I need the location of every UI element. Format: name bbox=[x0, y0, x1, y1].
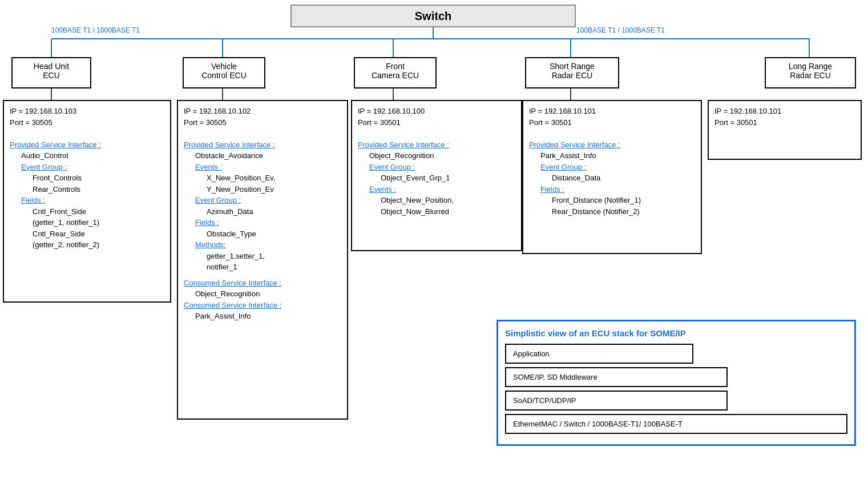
front-camera-ip: IP = 192.168.10.100 bbox=[358, 106, 515, 117]
vehicle-consumed-1-value: Object_Recognition bbox=[195, 288, 341, 300]
stack-ethernet: EthernetMAC / Switch / 1000BASE-T1/ 100B… bbox=[505, 414, 847, 434]
head-unit-audio-control: Audio_Control bbox=[21, 150, 164, 162]
head-unit-port: Port = 30505 bbox=[10, 117, 164, 128]
vehicle-obstacle-type: Obstacle_Type bbox=[207, 228, 341, 240]
long-range-radar-detail: IP = 192.168.10.101 Port = 30501 bbox=[708, 100, 862, 160]
head-unit-cntl-front: Cntl_Front_Side bbox=[33, 206, 164, 218]
short-range-radar-ecu: Short RangeRadar ECU bbox=[525, 57, 619, 88]
head-unit-cntl-rear: Cntl_Rear_Side bbox=[33, 228, 164, 240]
front-camera-provided-service[interactable]: Provided Service Interface : bbox=[358, 140, 449, 149]
short-range-port: Port = 30501 bbox=[529, 117, 695, 128]
head-unit-cntl-rear-params: (getter_2, notifier_2) bbox=[33, 239, 164, 251]
vehicle-control-provided-service[interactable]: Provided Service Interface : bbox=[184, 140, 275, 149]
vehicle-control-port: Port = 30505 bbox=[184, 117, 341, 128]
head-unit-cntl-front-params: (getter_1, notifier_1) bbox=[33, 217, 164, 228]
head-unit-fields[interactable]: Fields : bbox=[21, 196, 45, 204]
front-camera-ecu: FrontCamera ECU bbox=[354, 57, 437, 88]
switch-box: Switch bbox=[290, 5, 576, 27]
head-unit-event-group[interactable]: Event Group : bbox=[21, 163, 67, 171]
vehicle-control-ip: IP = 192.168.10.102 bbox=[184, 106, 341, 117]
front-camera-event1: Object_New_Position, bbox=[381, 195, 515, 206]
vehicle-event-group[interactable]: Event Group : bbox=[195, 196, 241, 204]
head-unit-ecu: Head UnitECU bbox=[11, 57, 91, 88]
head-unit-rear-controls: Rear_Controls bbox=[33, 184, 164, 195]
head-unit-front-controls: Front_Controls bbox=[33, 172, 164, 184]
front-camera-event-group[interactable]: Event Group : bbox=[369, 163, 415, 171]
short-range-front-distance: Front_Distance (Notifier_1) bbox=[552, 195, 695, 206]
head-unit-provided-service[interactable]: Provided Service Interface : bbox=[10, 140, 101, 149]
vehicle-control-detail: IP = 192.168.10.102 Port = 30505 Provide… bbox=[177, 100, 348, 420]
front-camera-detail: IP = 192.168.10.100 Port = 30501 Provide… bbox=[351, 100, 522, 251]
vehicle-events[interactable]: Events : bbox=[195, 163, 222, 171]
diagram-container: 100BASE T1 / 1000BASE T1 100BASE T1 / 10… bbox=[0, 0, 868, 503]
short-range-park-assist: Park_Assist_Info bbox=[540, 150, 695, 162]
long-range-radar-ecu: Long RangeRadar ECU bbox=[765, 57, 856, 88]
simplistic-view-container: Simplistic view of an ECU stack for SOME… bbox=[496, 320, 856, 446]
vehicle-methods[interactable]: Methods: bbox=[195, 240, 225, 249]
short-range-event-group[interactable]: Event Group : bbox=[540, 163, 586, 171]
switch-label: Switch bbox=[415, 10, 451, 23]
left-connection-label: 100BASE T1 / 1000BASE T1 bbox=[51, 26, 140, 34]
simplistic-title: Simplistic view of an ECU stack for SOME… bbox=[505, 328, 847, 338]
long-range-port: Port = 30501 bbox=[714, 117, 855, 128]
front-camera-event2: Object_Now_Blurred bbox=[381, 206, 515, 218]
stack-application: Application bbox=[505, 344, 693, 364]
front-camera-event-grp: Object_Event_Grp_1 bbox=[381, 172, 515, 184]
short-range-distance-data: Distance_Data bbox=[552, 172, 695, 184]
stack-middleware: SOME/IP, SD Middleware bbox=[505, 367, 728, 387]
long-range-ip: IP = 192.168.10.101 bbox=[714, 106, 855, 117]
vehicle-methods-list1: getter_1,setter_1, bbox=[207, 251, 341, 262]
front-camera-object-recognition: Object_Recognition bbox=[369, 150, 515, 162]
vehicle-azimuth: Azimuth_Data bbox=[207, 206, 341, 218]
head-unit-ip: IP = 192.168.10.103 bbox=[10, 106, 164, 117]
vehicle-obstacle-avoidance: Obstacle_Avoidance bbox=[195, 150, 341, 162]
short-range-ip: IP = 192.168.10.101 bbox=[529, 106, 695, 117]
vehicle-control-ecu: VehicleControl ECU bbox=[183, 57, 265, 88]
front-camera-events[interactable]: Events : bbox=[369, 185, 396, 194]
vehicle-y-event: Y_New_Position_Ev bbox=[207, 184, 341, 195]
right-connection-label: 100BASE T1 / 1000BASE T1 bbox=[576, 26, 665, 34]
short-range-rear-distance: Rear_Distance (Notifier_2) bbox=[552, 206, 695, 218]
short-range-fields[interactable]: Fields : bbox=[540, 185, 564, 194]
stack-soad: SoAD/TCP/UDP/IP bbox=[505, 391, 728, 411]
front-camera-port: Port = 30501 bbox=[358, 117, 515, 128]
vehicle-x-event: X_New_Position_Ev, bbox=[207, 172, 341, 184]
vehicle-methods-list2: notifier_1 bbox=[207, 261, 341, 273]
vehicle-fields[interactable]: Fields : bbox=[195, 218, 219, 227]
vehicle-consumed-service-1[interactable]: Consumed Service Interface : bbox=[184, 279, 281, 287]
vehicle-consumed-2-value: Park_Assist_Info bbox=[195, 311, 341, 322]
short-range-radar-detail: IP = 192.168.10.101 Port = 30501 Provide… bbox=[522, 100, 702, 254]
head-unit-detail: IP = 192.168.10.103 Port = 30505 Provide… bbox=[3, 100, 171, 303]
short-range-provided-service[interactable]: Provided Service Interface : bbox=[529, 140, 620, 149]
vehicle-consumed-service-2[interactable]: Consumed Service Interface : bbox=[184, 301, 281, 309]
